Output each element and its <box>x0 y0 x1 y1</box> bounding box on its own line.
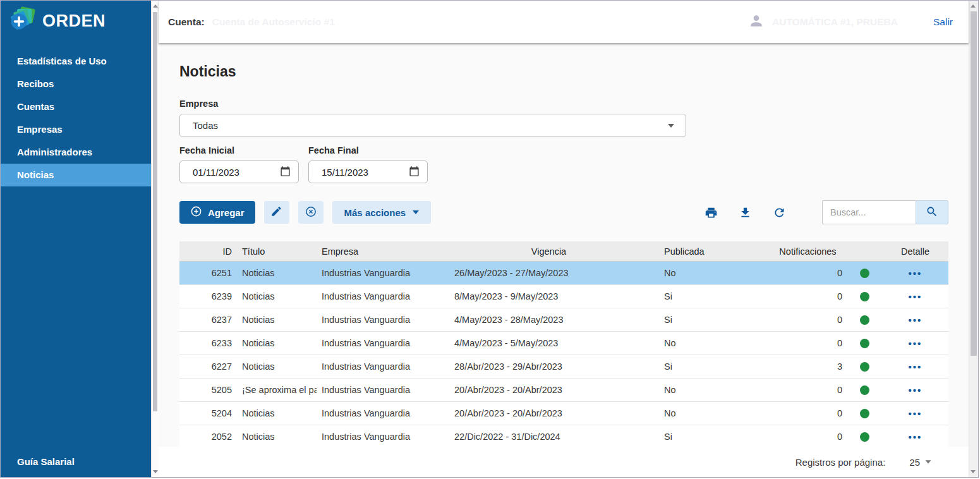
calendar-icon[interactable] <box>409 166 420 179</box>
content-vertical-scrollbar[interactable] <box>969 1 978 477</box>
table-row[interactable]: 6239 Noticias Industrias Vanguardia 8/Ma… <box>179 285 948 308</box>
search-icon <box>926 205 938 220</box>
mas-acciones-button[interactable]: Más acciones <box>332 201 432 224</box>
scrollbar-thumb[interactable] <box>971 11 977 356</box>
agregar-button[interactable]: Agregar <box>179 201 255 224</box>
actions-toolbar: Agregar Más acciones <box>179 200 948 224</box>
sidebar: ORDEN Estadísticas de Uso Recibos Cuenta… <box>1 1 151 477</box>
cell-titulo: Noticias <box>237 338 317 348</box>
cell-id: 6239 <box>179 291 237 301</box>
plus-circle-icon <box>190 205 202 219</box>
detail-button[interactable]: ••• <box>882 385 948 396</box>
empresa-select[interactable]: Todas <box>179 114 686 137</box>
scroll-down-arrow-icon[interactable] <box>153 470 158 473</box>
column-header-vigencia[interactable]: Vigencia <box>449 246 648 257</box>
search-button[interactable] <box>916 200 948 224</box>
column-header-notificaciones[interactable]: Notificaciones <box>768 246 847 257</box>
table-row[interactable]: 5204 Noticias Industrias Vanguardia 20/A… <box>179 402 948 425</box>
detail-button[interactable]: ••• <box>882 432 948 442</box>
cell-titulo: Noticias <box>237 408 317 418</box>
fecha-final-label: Fecha Final <box>308 145 428 155</box>
sidebar-nav: Estadísticas de Uso Recibos Cuentas Empr… <box>1 50 151 186</box>
logout-link[interactable]: Salir <box>933 16 953 28</box>
detail-button[interactable]: ••• <box>882 268 948 279</box>
download-button[interactable] <box>739 206 752 219</box>
cell-titulo: Noticias <box>237 361 317 372</box>
table-row[interactable]: 6227 Noticias Industrias Vanguardia 28/A… <box>179 355 948 379</box>
edit-button[interactable] <box>264 201 289 224</box>
detail-button[interactable]: ••• <box>882 338 948 349</box>
column-header-id[interactable]: ID <box>179 246 237 257</box>
print-button[interactable] <box>705 206 718 219</box>
orden-logo-icon <box>9 6 38 36</box>
app-window: ORDEN Estadísticas de Uso Recibos Cuenta… <box>0 0 979 478</box>
cell-publicada: No <box>648 408 768 418</box>
cell-id: 5205 <box>179 385 237 395</box>
page-size-select[interactable]: 25 <box>909 457 931 468</box>
cell-empresa: Industrias Vanguardia <box>317 361 449 372</box>
cell-status <box>847 315 882 325</box>
table-header: ID Título Empresa Vigencia Publicada Not… <box>179 241 948 262</box>
column-header-detalle[interactable]: Detalle <box>882 246 948 257</box>
detail-button[interactable]: ••• <box>882 361 948 372</box>
content: Noticias Empresa Todas Fecha Inicial 01/… <box>159 43 969 477</box>
sidebar-item-empresas[interactable]: Empresas <box>1 118 151 141</box>
column-header-publicada[interactable]: Publicada <box>648 246 768 257</box>
scroll-down-arrow-icon[interactable] <box>971 470 976 473</box>
scrollbar-thumb[interactable] <box>153 12 157 411</box>
fecha-final-input[interactable]: 15/11/2023 <box>308 161 428 183</box>
detail-button[interactable]: ••• <box>882 315 948 325</box>
registros-por-pagina-label: Registros por página: <box>795 457 886 468</box>
detail-button[interactable]: ••• <box>882 291 948 302</box>
status-green-dot-icon <box>860 385 869 395</box>
cell-vigencia: 20/Abr/2023 - 20/Abr/2023 <box>449 385 648 395</box>
column-header-empresa[interactable]: Empresa <box>317 246 449 257</box>
page-size-value: 25 <box>909 457 920 468</box>
cell-notificaciones: 0 <box>768 432 847 442</box>
table-row[interactable]: 6237 Noticias Industrias Vanguardia 4/Ma… <box>179 308 948 332</box>
cell-notificaciones: 0 <box>768 385 847 395</box>
cell-empresa: Industrias Vanguardia <box>317 385 449 395</box>
table-body: 6251 Noticias Industrias Vanguardia 26/M… <box>179 262 948 449</box>
search-input[interactable] <box>822 200 916 224</box>
table-row[interactable]: 2052 Noticias Industrias Vanguardia 22/D… <box>179 425 948 449</box>
cell-notificaciones: 3 <box>768 361 847 372</box>
cell-notificaciones: 0 <box>768 408 847 418</box>
table-row[interactable]: 6233 Noticias Industrias Vanguardia 4/Ma… <box>179 332 948 355</box>
cell-publicada: Si <box>648 432 768 442</box>
status-green-dot-icon <box>860 432 869 442</box>
cell-status <box>847 432 882 442</box>
sidebar-item-administradores[interactable]: Administradores <box>1 141 151 164</box>
page-vertical-scrollbar[interactable] <box>151 1 159 477</box>
cell-titulo: Noticias <box>237 268 317 278</box>
scroll-up-arrow-icon[interactable] <box>153 4 158 8</box>
chevron-down-icon <box>413 210 419 214</box>
sidebar-item-recibos[interactable]: Recibos <box>1 73 151 95</box>
column-header-titulo[interactable]: Título <box>237 246 317 257</box>
cell-status <box>847 385 882 395</box>
cell-empresa: Industrias Vanguardia <box>317 338 449 348</box>
table-row[interactable]: 6251 Noticias Industrias Vanguardia 26/M… <box>179 262 948 285</box>
scroll-up-arrow-icon[interactable] <box>971 4 976 8</box>
cell-vigencia: 22/Dic/2022 - 31/Dic/2024 <box>449 432 648 442</box>
cell-notificaciones: 0 <box>768 338 847 348</box>
brand-logo[interactable]: ORDEN <box>1 1 151 36</box>
cell-empresa: Industrias Vanguardia <box>317 315 449 325</box>
sidebar-item-estadisticas-de-uso[interactable]: Estadísticas de Uso <box>1 50 151 73</box>
sidebar-item-noticias[interactable]: Noticias <box>1 164 151 186</box>
cell-publicada: No <box>648 338 768 348</box>
sidebar-item-cuentas[interactable]: Cuentas <box>1 95 151 118</box>
detail-button[interactable]: ••• <box>882 408 948 419</box>
cell-notificaciones: 0 <box>768 291 847 301</box>
refresh-button[interactable] <box>773 206 786 219</box>
cancel-button[interactable] <box>298 201 324 224</box>
cell-empresa: Industrias Vanguardia <box>317 268 449 278</box>
table-row[interactable]: 5205 ¡Se aproxima el pa... Industrias Va… <box>179 379 948 402</box>
user-menu[interactable]: AUTOMÁTICA #1, PRUEBA <box>748 13 898 32</box>
calendar-icon[interactable] <box>280 166 291 179</box>
page-title: Noticias <box>179 63 948 80</box>
fecha-inicial-input[interactable]: 01/11/2023 <box>179 161 299 183</box>
cell-publicada: Si <box>648 315 768 325</box>
sidebar-item-guia-salarial[interactable]: Guía Salarial <box>1 451 151 473</box>
status-green-dot-icon <box>860 269 869 278</box>
